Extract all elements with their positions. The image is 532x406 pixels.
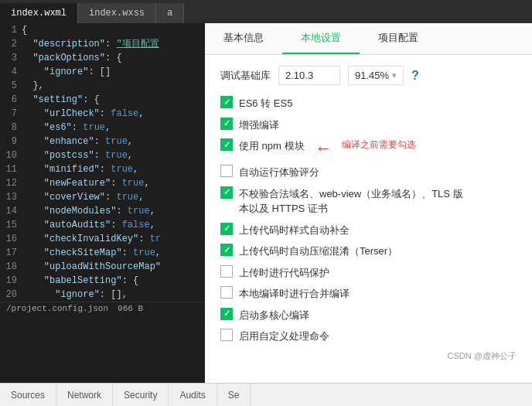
- code-line-17: 17 "checkSiteMap": true,: [0, 246, 205, 260]
- code-line-3: 3 "packOptions": {: [0, 51, 205, 65]
- code-lines: 1 { 2 "description": "项目配置 3 "packOption…: [0, 23, 205, 302]
- checkbox-label-7: 上传时进行代码保护: [239, 265, 329, 281]
- file-tab-index-wxss[interactable]: index.wxss: [78, 3, 156, 23]
- settings-panel: 基本信息 本地设置 项目配置 调试基础库 91.45% ▾ ? ES: [205, 23, 532, 383]
- checkbox-item-10: 启用自定义处理命令: [220, 329, 517, 344]
- checkbox-item-9: 启动多核心编译: [220, 308, 517, 323]
- checkbox-item-1: 增强编译: [220, 118, 517, 133]
- checkbox-label-6: 上传代码时自动压缩混淆（Terser）: [239, 244, 397, 259]
- checkbox-item-8: 本地编译时进行合并编译: [220, 286, 517, 302]
- file-tabs-bar: index.wxml index.wxss a: [0, 0, 532, 23]
- checkbox-7[interactable]: [220, 265, 233, 278]
- checkbox-item-4: 不校验合法域名、web-view（业务域名）、TLS 版 本以及 HTTPS 证…: [220, 186, 517, 217]
- checkbox-item-2: 使用 npm 模块←编译之前需要勾选: [220, 138, 517, 159]
- bottom-tab-security[interactable]: Security: [113, 384, 169, 406]
- checkbox-label-5: 上传代码时样式自动补全: [239, 223, 350, 238]
- checkbox-6[interactable]: [220, 244, 233, 256]
- checkbox-item-6: 上传代码时自动压缩混淆（Terser）: [220, 244, 517, 259]
- checkbox-label-1: 增强编译: [239, 118, 279, 133]
- checkbox-label-10: 启用自定义处理命令: [239, 329, 329, 344]
- debug-percent-select[interactable]: 91.45% ▾: [348, 66, 404, 85]
- tab-project-config[interactable]: 项目配置: [360, 23, 437, 54]
- code-line-2: 2 "description": "项目配置: [0, 37, 205, 51]
- debug-lib-label: 调试基础库: [220, 69, 271, 83]
- file-tab-index-wxml[interactable]: index.wxml: [0, 3, 78, 23]
- settings-content: 调试基础库 91.45% ▾ ? ES6 转 ES5增强编译使用 npm 模块←…: [205, 55, 532, 383]
- code-line-8: 8 "es6": true,: [0, 121, 205, 135]
- checkbox-item-3: 自动运行体验评分: [220, 165, 517, 180]
- csdn-watermark: CSDN @虚神公子: [220, 350, 517, 362]
- checkbox-label-3: 自动运行体验评分: [239, 165, 319, 180]
- checkbox-5[interactable]: [220, 223, 233, 235]
- file-path: /project.config.json: [6, 304, 108, 313]
- code-line-13: 13 "coverView": true,: [0, 190, 205, 204]
- file-tab-a[interactable]: a: [156, 3, 184, 23]
- code-line-12: 12 "newFeature": true,: [0, 176, 205, 190]
- code-line-6: 6 "setting": {: [0, 93, 205, 107]
- code-line-15: 15 "autoAudits": false,: [0, 218, 205, 232]
- code-line-7: 7 "urlCheck": false,: [0, 107, 205, 121]
- checkbox-item-5: 上传代码时样式自动补全: [220, 223, 517, 238]
- red-arrow-icon: ←: [315, 138, 332, 159]
- bottom-tabs-bar: Sources Network Security Audits Se: [0, 383, 532, 406]
- code-line-5: 5 },: [0, 79, 205, 93]
- checkbox-label-2: 使用 npm 模块: [239, 138, 305, 154]
- bottom-tab-audits[interactable]: Audits: [169, 384, 217, 406]
- tab-local-settings[interactable]: 本地设置: [282, 23, 360, 54]
- checkbox-8[interactable]: [220, 286, 233, 299]
- code-line-18: 18 "uploadWithSourceMap": [0, 260, 205, 274]
- help-icon[interactable]: ?: [411, 69, 419, 83]
- checkbox-0[interactable]: [220, 96, 233, 108]
- file-info-bar: /project.config.json 966 B: [0, 302, 205, 315]
- code-line-4: 4 "ignore": []: [0, 65, 205, 79]
- checkbox-label-0: ES6 转 ES5: [239, 96, 292, 111]
- checkbox-label-4: 不校验合法域名、web-view（业务域名）、TLS 版 本以及 HTTPS 证…: [239, 186, 463, 217]
- checkbox-item-7: 上传时进行代码保护: [220, 265, 517, 281]
- checkbox-10[interactable]: [220, 329, 233, 341]
- bottom-tab-sources[interactable]: Sources: [0, 384, 56, 406]
- checkbox-label-9: 启动多核心编译: [239, 308, 309, 323]
- code-line-11: 11 "minified": true,: [0, 162, 205, 176]
- annotation-text-2: 编译之前需要勾选: [342, 138, 416, 152]
- code-line-10: 10 "postcss": true,: [0, 148, 205, 162]
- dropdown-arrow-icon: ▾: [392, 70, 397, 80]
- bottom-tab-se[interactable]: Se: [217, 384, 251, 406]
- checkbox-list: ES6 转 ES5增强编译使用 npm 模块←编译之前需要勾选自动运行体验评分不…: [220, 96, 517, 344]
- code-line-20: 20 "ignore": [],: [0, 288, 205, 302]
- debug-version-input[interactable]: [278, 66, 340, 85]
- code-line-16: 16 "checkInvalidKey": tr: [0, 232, 205, 246]
- code-line-19: 19 "babelSetting": {: [0, 274, 205, 288]
- code-line-1: 1 {: [0, 23, 205, 37]
- debug-lib-row: 调试基础库 91.45% ▾ ?: [220, 66, 517, 85]
- file-size: 966 B: [118, 304, 143, 313]
- checkbox-1[interactable]: [220, 118, 233, 130]
- code-panel: 1 { 2 "description": "项目配置 3 "packOption…: [0, 23, 205, 383]
- checkbox-label-8: 本地编译时进行合并编译: [239, 286, 350, 302]
- checkbox-3[interactable]: [220, 165, 233, 177]
- checkbox-item-0: ES6 转 ES5: [220, 96, 517, 111]
- bottom-tab-network[interactable]: Network: [56, 384, 113, 406]
- code-line-14: 14 "nodeModules": true,: [0, 204, 205, 218]
- main-area: 1 { 2 "description": "项目配置 3 "packOption…: [0, 23, 532, 383]
- checkbox-4[interactable]: [220, 186, 233, 199]
- settings-tabs: 基本信息 本地设置 项目配置: [205, 23, 532, 55]
- checkbox-9[interactable]: [220, 308, 233, 320]
- tab-basic-info[interactable]: 基本信息: [205, 23, 282, 54]
- code-line-9: 9 "enhance": true,: [0, 135, 205, 148]
- checkbox-2[interactable]: [220, 138, 233, 151]
